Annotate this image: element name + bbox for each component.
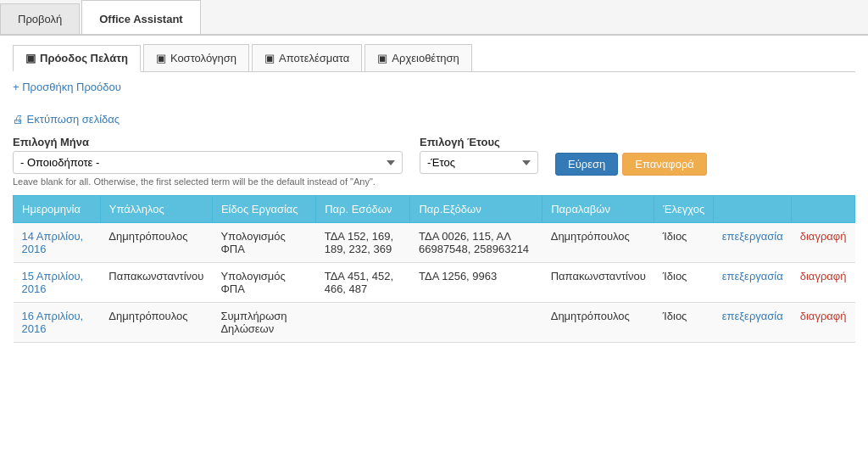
- subtab-results-label: Αποτελέσματα: [279, 52, 349, 64]
- subtab-archive-label: Αρχειοθέτηση: [392, 52, 459, 64]
- subtab-results[interactable]: ▣ Αποτελέσματα: [252, 44, 362, 71]
- add-progress-link[interactable]: + Προσθήκη Προόδου: [13, 81, 121, 93]
- cell-date-link[interactable]: 15 Απριλίου, 2016: [22, 270, 84, 295]
- cell-work-type: Υπολογισμός ΦΠΑ: [212, 223, 315, 263]
- col-check: Έλεγχος: [654, 196, 714, 223]
- cell-date[interactable]: 15 Απριλίου, 2016: [14, 263, 101, 303]
- year-select[interactable]: -Έτος: [420, 151, 538, 174]
- subtab-progress[interactable]: ▣ Πρόοδος Πελάτη: [13, 45, 141, 72]
- costing-icon: ▣: [156, 52, 166, 64]
- cell-income: [316, 303, 410, 343]
- subtab-costing-label: Κοστολόγηση: [170, 52, 236, 64]
- filter-hint: Leave blank for all. Otherwise, the firs…: [13, 176, 403, 187]
- results-icon: ▣: [264, 52, 275, 64]
- year-label: Επιλογή Έτους: [420, 136, 538, 148]
- cell-date-link[interactable]: 14 Απριλίου, 2016: [22, 230, 84, 255]
- cell-delete[interactable]: διαγραφή: [792, 303, 855, 343]
- cell-income: ΤΔΑ 152, 169, 189, 232, 369: [316, 223, 410, 263]
- cell-date[interactable]: 14 Απριλίου, 2016: [14, 223, 101, 263]
- print-link[interactable]: 🖨 Εκτύπωση σελίδας: [13, 113, 120, 126]
- cell-expense: ΤΔΑ 0026, 115, ΑΛ 66987548, 258963214: [410, 223, 542, 263]
- cell-check: Ίδιος: [654, 223, 714, 263]
- cell-receiver: Παπακωνσταντίνου: [542, 263, 654, 303]
- cell-delete[interactable]: διαγραφή: [792, 223, 855, 263]
- col-expense: Παρ.Εξόδων: [410, 196, 542, 223]
- progress-table: Ημερομηνία Υπάλληλος Είδος Εργασίας Παρ.…: [13, 195, 855, 343]
- edit-link[interactable]: επεξεργασία: [722, 270, 783, 282]
- cell-date[interactable]: 16 Απριλίου, 2016: [14, 303, 101, 343]
- cell-check: Ίδιος: [654, 263, 714, 303]
- subtab-progress-label: Πρόοδος Πελάτη: [40, 52, 128, 64]
- subtab-archive[interactable]: ▣ Αρχειοθέτηση: [364, 44, 471, 71]
- col-employee: Υπάλληλος: [100, 196, 212, 223]
- cell-work-type: Υπολογισμός ΦΠΑ: [212, 263, 315, 303]
- cell-receiver: Δημητρόπουλος: [542, 303, 654, 343]
- edit-link[interactable]: επεξεργασία: [722, 230, 783, 243]
- table-row: 14 Απριλίου, 2016ΔημητρόπουλοςΥπολογισμό…: [14, 223, 855, 263]
- cell-edit[interactable]: επεξεργασία: [714, 263, 792, 303]
- col-receiver: Παραλαβών: [542, 196, 654, 223]
- col-income: Παρ. Εσόδων: [316, 196, 410, 223]
- cell-date-link[interactable]: 16 Απριλίου, 2016: [22, 310, 84, 335]
- month-label: Επιλογή Μήνα: [13, 136, 403, 148]
- month-select[interactable]: - Οποιοδήποτε -: [13, 151, 403, 174]
- cell-check: Ίδιος: [654, 303, 714, 343]
- delete-link[interactable]: διαγραφή: [800, 270, 847, 282]
- progress-icon: ▣: [25, 52, 36, 64]
- col-actions2: [792, 196, 855, 223]
- table-row: 15 Απριλίου, 2016ΠαπακωνσταντίνουΥπολογι…: [14, 263, 855, 303]
- cell-employee: Δημητρόπουλος: [100, 303, 212, 343]
- cell-expense: [410, 303, 542, 343]
- col-work-type: Είδος Εργασίας: [212, 196, 315, 223]
- cell-receiver: Δημητρόπουλος: [542, 223, 654, 263]
- search-button[interactable]: Εύρεση: [555, 153, 618, 176]
- table-row: 16 Απριλίου, 2016ΔημητρόπουλοςΣυμπλήρωση…: [14, 303, 855, 343]
- reset-button[interactable]: Επαναφορά: [622, 153, 707, 176]
- tab-office-assistant[interactable]: Office Assistant: [81, 0, 201, 34]
- edit-link[interactable]: επεξεργασία: [722, 310, 783, 322]
- cell-employee: Δημητρόπουλος: [100, 223, 212, 263]
- delete-link[interactable]: διαγραφή: [800, 230, 847, 243]
- cell-edit[interactable]: επεξεργασία: [714, 223, 792, 263]
- archive-icon: ▣: [377, 52, 387, 64]
- subtab-costing[interactable]: ▣ Κοστολόγηση: [143, 44, 249, 71]
- col-date: Ημερομηνία: [14, 196, 101, 223]
- col-actions: [714, 196, 792, 223]
- cell-edit[interactable]: επεξεργασία: [714, 303, 792, 343]
- tab-provoli[interactable]: Προβολή: [0, 3, 80, 34]
- cell-delete[interactable]: διαγραφή: [792, 263, 855, 303]
- delete-link[interactable]: διαγραφή: [800, 310, 847, 322]
- cell-employee: Παπακωνσταντίνου: [100, 263, 212, 303]
- cell-income: ΤΔΑ 451, 452, 466, 487: [316, 263, 410, 303]
- cell-expense: ΤΔΑ 1256, 9963: [410, 263, 542, 303]
- cell-work-type: Συμπλήρωση Δηλώσεων: [212, 303, 315, 343]
